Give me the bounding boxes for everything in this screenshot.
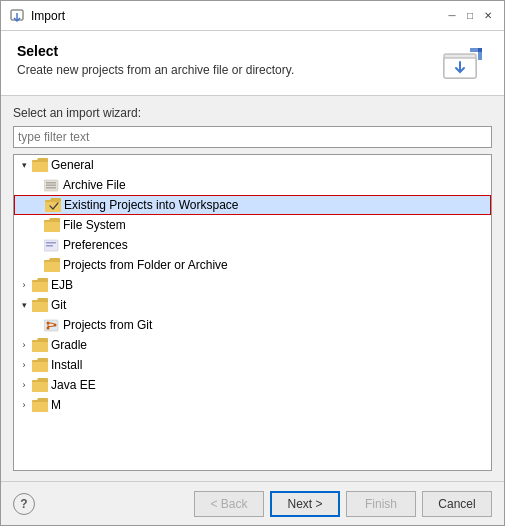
tree-item-m[interactable]: › M [14,395,491,415]
main-content: Select an import wizard: ▾ General [1,96,504,481]
tree-item-git[interactable]: ▾ Git [14,295,491,315]
next-button[interactable]: Next > [270,491,340,517]
git-label: Git [51,298,66,312]
folder-projects-git-icon [44,318,60,332]
file-system-label: File System [63,218,126,232]
close-button[interactable]: ✕ [480,8,496,24]
cancel-button[interactable]: Cancel [422,491,492,517]
expand-gradle-icon: › [18,339,30,351]
bottom-right: < Back Next > Finish Cancel [194,491,492,517]
expand-general-icon: ▾ [18,159,30,171]
java-ee-label: Java EE [51,378,96,392]
tree-item-java-ee[interactable]: › Java EE [14,375,491,395]
folder-archive-icon [44,178,60,192]
folder-filesystem-icon [44,218,60,232]
title-bar: Import ─ □ ✕ [1,1,504,31]
tree-item-projects-folder[interactable]: Projects from Folder or Archive [14,255,491,275]
existing-projects-label: Existing Projects into Workspace [64,198,239,212]
tree-item-projects-git[interactable]: Projects from Git [14,315,491,335]
bottom-bar: ? < Back Next > Finish Cancel [1,481,504,525]
maximize-button[interactable]: □ [462,8,478,24]
projects-folder-label: Projects from Folder or Archive [63,258,228,272]
window-icon [9,8,25,24]
tree-item-archive-file[interactable]: Archive File [14,175,491,195]
folder-projects-folder-icon [44,258,60,272]
archive-file-label: Archive File [63,178,126,192]
folder-projects-icon [45,198,61,212]
svg-rect-10 [46,245,53,247]
expand-java-ee-icon: › [18,379,30,391]
gradle-label: Gradle [51,338,87,352]
tree-container[interactable]: ▾ General [13,154,492,471]
expand-git-icon: ▾ [18,299,30,311]
title-bar-controls: ─ □ ✕ [444,8,496,24]
expand-install-icon: › [18,359,30,371]
finish-button[interactable]: Finish [346,491,416,517]
folder-java-ee-icon [32,378,48,392]
projects-git-label: Projects from Git [63,318,152,332]
filter-label: Select an import wizard: [13,106,492,120]
folder-git-icon [32,298,48,312]
folder-ejb-icon [32,278,48,292]
window-title: Import [31,9,65,23]
ejb-label: EJB [51,278,73,292]
tree-item-file-system[interactable]: File System [14,215,491,235]
svg-rect-7 [46,187,56,189]
tree-item-ejb[interactable]: › EJB [14,275,491,295]
header-text: Select Create new projects from an archi… [17,43,294,77]
bottom-left: ? [13,493,35,515]
tree-item-preferences[interactable]: Preferences [14,235,491,255]
back-button[interactable]: < Back [194,491,264,517]
tree-item-existing-projects[interactable]: Existing Projects into Workspace [14,195,491,215]
help-button[interactable]: ? [13,493,35,515]
tree-item-install[interactable]: › Install [14,355,491,375]
svg-rect-9 [46,242,56,244]
expand-ejb-icon: › [18,279,30,291]
svg-rect-6 [46,185,56,187]
tree-item-general[interactable]: ▾ General [14,155,491,175]
select-header: Select Create new projects from an archi… [1,31,504,96]
svg-rect-5 [46,182,56,184]
header-description: Create new projects from an archive file… [17,63,294,77]
folder-gradle-icon [32,338,48,352]
tree-item-gradle[interactable]: › Gradle [14,335,491,355]
expand-m-icon: › [18,399,30,411]
minimize-button[interactable]: ─ [444,8,460,24]
filter-input[interactable] [13,126,492,148]
folder-general-icon [32,158,48,172]
folder-preferences-icon [44,238,60,252]
title-bar-left: Import [9,8,65,24]
install-label: Install [51,358,82,372]
import-dialog: Import ─ □ ✕ Select Create new projects … [0,0,505,526]
preferences-label: Preferences [63,238,128,252]
header-title: Select [17,43,294,59]
header-import-icon [440,43,488,83]
folder-m-icon [32,398,48,412]
m-label: M [51,398,61,412]
folder-install-icon [32,358,48,372]
general-label: General [51,158,94,172]
